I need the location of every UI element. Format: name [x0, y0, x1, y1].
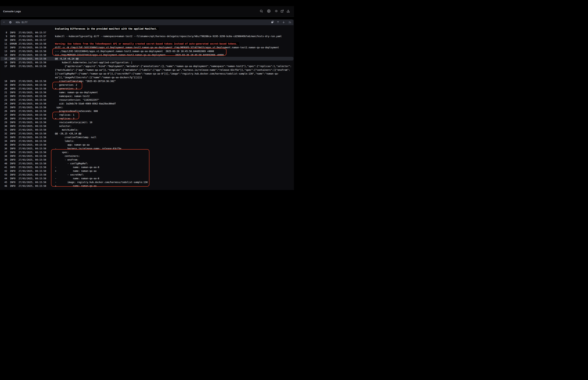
log-row-31: 31INFO27/03/2025, 00:15:58 matchLabels: [0, 128, 293, 132]
log-level: INFO [7, 162, 19, 165]
scroll-to-bottom-button[interactable] [282, 20, 286, 24]
open-in-new-tab-button[interactable] [280, 9, 285, 14]
log-message-text: spec: [55, 151, 69, 153]
line-number: 29 [0, 120, 7, 124]
log-output-area[interactable]: Evaluating Differences in the provided m… [0, 25, 293, 190]
log-message: @@ -28,15 +28,14 @@ [55, 132, 293, 135]
log-level: INFO [7, 79, 19, 83]
log-message-text: containers: [55, 155, 80, 157]
log-message-text: --- /tmp/LIVE-1631330841/apps.v1.Deploym… [55, 50, 214, 53]
download-logs-button[interactable] [286, 9, 291, 14]
log-level: INFO [7, 139, 19, 143]
collapse-step-button[interactable] [2, 20, 6, 24]
log-message-line: app: naman-qa-aa [55, 143, 293, 147]
log-message: - generation: 2 [55, 83, 293, 87]
log-timestamp: 27/03/2025, 00:15:58 [19, 94, 55, 98]
log-row-19: 19INFO27/03/2025, 00:15:58- generation: … [0, 83, 293, 87]
log-message-text: progressDeadlineSeconds: 600 [55, 110, 98, 113]
log-timestamp: 27/03/2025, 00:15:58 [19, 124, 55, 128]
search-button[interactable] [259, 9, 264, 14]
log-level: INFO [7, 169, 19, 173]
log-message: @@ -6,14 +6,14 @@ [55, 57, 293, 60]
log-message-text: aa"}],"imagePullSecrets":[{"name":"naman… [55, 76, 142, 79]
collapse-panel-button[interactable] [274, 9, 279, 14]
log-level: INFO [7, 98, 19, 102]
line-number: 32 [0, 132, 7, 135]
log-row-32: 32INFO27/03/2025, 00:15:58@@ -28,15 +28,… [0, 132, 293, 135]
log-level: INFO [7, 180, 19, 184]
log-message-line: - secretRef: [55, 173, 293, 177]
log-message: creationTimestamp: null [55, 135, 293, 139]
line-number: 20 [0, 87, 7, 91]
log-message: creationTimestamp: "2025-03-26T18:36:38Z… [55, 79, 293, 83]
line-number: 24 [0, 102, 7, 105]
log-timestamp: 27/03/2025, 00:15:58 [19, 91, 55, 94]
log-level: INFO [7, 38, 19, 42]
log-message: app: naman-qa-aa [55, 143, 293, 147]
log-message-text: resourceVersion: "1163932297" [55, 98, 99, 101]
log-row-8: 8INFO27/03/2025, 00:15:57 [0, 31, 293, 34]
log-message-text: selector: [55, 125, 72, 127]
log-message: - secretRef: [55, 173, 293, 177]
log-timestamp: 27/03/2025, 00:15:58 [19, 150, 55, 154]
log-message: - image: registry.hub.docker.com/harness… [55, 180, 293, 184]
line-number: 8 [0, 31, 7, 34]
log-level: INFO [7, 31, 19, 34]
log-message-text: revisionHistoryLimit: 10 [55, 121, 92, 124]
log-message-line: - envFrom: [55, 158, 293, 162]
log-level: INFO [7, 165, 19, 169]
line-number: 14 [0, 53, 7, 57]
arrow-down-icon [282, 21, 285, 24]
log-message-text: - name: naman-qa-aa-8 [55, 166, 99, 169]
log-level: INFO [7, 83, 19, 87]
log-message-line: +++ /tmp/MERGED-3214274413/apps.v1.Deplo… [55, 53, 293, 57]
settings-button[interactable] [266, 9, 271, 14]
log-message: labels: [55, 139, 293, 143]
log-level: INFO [7, 177, 19, 180]
line-number: 27 [0, 113, 7, 117]
line-number: 36 [0, 147, 7, 150]
log-message-line: containers: [55, 154, 293, 158]
page-title: Console Logs [3, 10, 21, 13]
log-level: INFO [7, 132, 19, 135]
log-timestamp: 27/03/2025, 00:15:58 [19, 169, 55, 173]
log-timestamp: 27/03/2025, 00:15:58 [19, 109, 55, 113]
log-level: INFO [7, 105, 19, 109]
log-level: INFO [7, 117, 19, 120]
log-message: Warning: Use tokens from the TokenReques… [55, 42, 293, 46]
k8s-diff-step-header[interactable]: K8s Diff 2s [0, 19, 293, 25]
log-level: INFO [7, 158, 19, 162]
log-message: {"apiVersion":"apps/v1","kind":"Deployme… [55, 64, 293, 79]
log-timestamp: 27/03/2025, 00:15:58 [19, 139, 55, 143]
log-message-line: uid: 3a20dc70-53a0-4989-8562-8aa29ac80ed… [55, 102, 293, 105]
log-message-line: revisionHistoryLimit: 10 [55, 120, 293, 124]
log-message: + replicas: 3 [55, 117, 293, 120]
log-row-15: 15INFO27/03/2025, 00:15:58@@ -6,14 +6,14… [0, 57, 293, 60]
log-message-line: + replicas: 3 [55, 117, 293, 120]
log-timestamp: 27/03/2025, 00:15:58 [19, 113, 55, 117]
line-number: 39 [0, 158, 7, 162]
log-message: revisionHistoryLimit: 10 [55, 120, 293, 124]
log-message-text: - replicas: 1 [55, 114, 74, 116]
copy-logs-button[interactable] [270, 20, 274, 24]
log-message: Evaluating Differences in the provided m… [55, 27, 293, 31]
step-log-actions: 2s [270, 20, 291, 24]
log-message: namespace: naman-test2 [55, 94, 293, 98]
log-row-37: 37INFO27/03/2025, 00:15:58 spec: [0, 150, 293, 154]
log-message-line: kubectl --kubeconfig=config diff --names… [55, 34, 293, 38]
line-number: 11 [0, 42, 7, 46]
log-level: INFO [7, 91, 19, 94]
log-row-39: 39INFO27/03/2025, 00:15:58 - envFrom: [0, 158, 293, 162]
log-message-line: [{"configMapRef":{"name":"naman-qa-aa-8"… [55, 72, 293, 76]
log-message-text: creationTimestamp: null [55, 136, 96, 139]
log-level: INFO [7, 60, 19, 64]
log-row-13: 13INFO27/03/2025, 00:15:58--- /tmp/LIVE-… [0, 49, 293, 53]
log-timestamp: 27/03/2025, 00:15:58 [19, 128, 55, 132]
log-message-line: + name: naman-qa-aa [55, 169, 293, 173]
log-message-text: labels: [55, 140, 74, 142]
scroll-to-top-button[interactable] [276, 20, 280, 24]
log-message-line: + name: naman-qa-aa [55, 184, 293, 188]
log-message-text: Evaluating Differences in the provided m… [55, 27, 159, 30]
log-timestamp: 27/03/2025, 00:15:58 [19, 98, 55, 102]
log-message-line [55, 31, 293, 34]
